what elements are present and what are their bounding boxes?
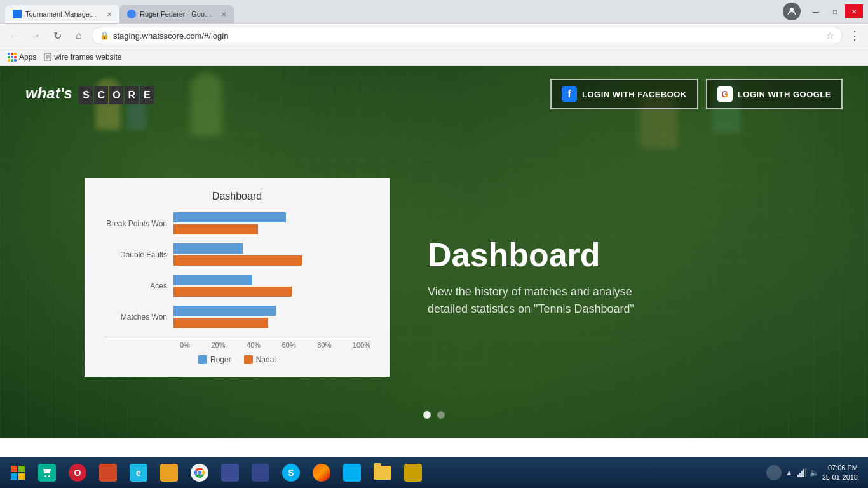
bar-blue-break-points xyxy=(173,212,286,222)
forward-button[interactable]: → xyxy=(27,27,44,44)
bar-label-break-points: Break Points Won xyxy=(104,219,173,228)
slide-heading: Dashboard xyxy=(428,237,669,273)
taskbar-app1[interactable] xyxy=(216,459,244,487)
svg-point-0 xyxy=(790,8,794,11)
tab-2[interactable]: Roger Federer - Google ... ✕ xyxy=(119,5,234,23)
x-label-80: 80% xyxy=(317,341,331,349)
bar-row-aces: Aces xyxy=(104,274,370,297)
taskbar-clock[interactable]: 07:06 PM 25-01-2018 xyxy=(822,463,863,483)
svg-rect-6 xyxy=(14,56,17,58)
tab-2-label: Roger Federer - Google ... xyxy=(140,10,215,18)
taskbar-skype[interactable]: S xyxy=(277,459,305,487)
facebook-btn-label: LOGIN WITH FACEBOOK xyxy=(582,90,687,99)
x-label-100: 100% xyxy=(353,341,370,349)
apps-bookmark[interactable]: Apps xyxy=(8,53,36,62)
slide-dot-1[interactable] xyxy=(423,411,431,419)
svg-point-19 xyxy=(48,475,50,477)
slide-content: Dashboard Break Points Won xyxy=(85,178,783,377)
logo-letter-o: O xyxy=(109,86,123,104)
bar-blue-matches-won xyxy=(173,306,276,316)
tab-2-close[interactable]: ✕ xyxy=(221,11,226,18)
logo-letter-r: R xyxy=(125,86,139,104)
legend-nadal: Nadal xyxy=(244,355,276,364)
volume-icon[interactable]: 🔈 xyxy=(810,468,820,478)
taskbar-chrome[interactable] xyxy=(186,459,214,487)
taskbar-folder[interactable] xyxy=(369,459,397,487)
taskbar-opera[interactable]: O xyxy=(64,459,92,487)
taskbar-date: 25-01-2018 xyxy=(822,473,858,482)
ie-icon: e xyxy=(130,464,147,482)
wireframes-bookmark[interactable]: wire frames website xyxy=(44,53,121,62)
legend-nadal-label: Nadal xyxy=(256,355,276,364)
windows-logo xyxy=(11,466,25,480)
bar-row-double-faults: Double Faults xyxy=(104,243,370,266)
svg-rect-28 xyxy=(805,468,806,477)
login-google-button[interactable]: G LOGIN WITH GOOGLE xyxy=(706,79,843,109)
svg-rect-27 xyxy=(803,469,804,477)
tab-1[interactable]: Tournament Manageme... ✕ xyxy=(5,5,119,23)
taskbar-firefox[interactable] xyxy=(308,459,336,487)
svg-rect-5 xyxy=(11,56,13,58)
bar-row-matches-won: Matches Won xyxy=(104,306,370,328)
reload-button[interactable]: ↻ xyxy=(48,27,66,44)
svg-rect-17 xyxy=(18,473,25,480)
start-button[interactable] xyxy=(5,460,31,485)
bar-orange-double-faults xyxy=(173,255,302,266)
taskbar-time-display: 07:06 PM 25-01-2018 xyxy=(822,463,858,483)
opera-icon: O xyxy=(69,464,86,482)
svg-rect-16 xyxy=(11,473,17,480)
chrome-menu-button[interactable]: ⋮ xyxy=(846,29,863,43)
wireframes-label: wire frames website xyxy=(54,53,121,62)
store-icon xyxy=(38,464,56,482)
logo-whats: what's xyxy=(25,85,76,102)
window-controls: — □ ✕ xyxy=(783,3,863,20)
page-icon xyxy=(44,53,51,61)
taskbar-skype-chat[interactable] xyxy=(338,459,366,487)
svg-rect-8 xyxy=(11,59,13,62)
taskbar-ie[interactable]: e xyxy=(125,459,153,487)
hide-tray-icon[interactable]: ▲ xyxy=(784,468,794,478)
profile-icon[interactable] xyxy=(783,3,801,20)
apps-grid-icon xyxy=(8,53,17,62)
chart-area: Break Points Won Double Faults xyxy=(97,212,377,364)
bar-row-break-points: Break Points Won xyxy=(104,212,370,234)
login-facebook-button[interactable]: f LOGIN WITH FACEBOOK xyxy=(550,79,698,109)
back-button[interactable]: ← xyxy=(5,27,23,44)
blank-tab[interactable] xyxy=(234,5,259,23)
svg-rect-4 xyxy=(8,56,10,58)
slide-dot-2[interactable] xyxy=(437,411,445,419)
maximize-button[interactable]: □ xyxy=(826,4,844,18)
taskbar-store[interactable] xyxy=(33,459,61,487)
chart-legend: Roger Nadal xyxy=(104,355,370,364)
apps-label: Apps xyxy=(19,53,36,62)
close-button[interactable]: ✕ xyxy=(845,4,863,18)
svg-point-18 xyxy=(44,475,46,477)
home-button[interactable]: ⌂ xyxy=(70,27,88,44)
puffin-icon xyxy=(160,464,178,482)
address-bar[interactable]: 🔒 staging.whatsscore.com/#/login ☆ xyxy=(92,27,843,44)
site-header: what's S C O R E f LOGIN WITH FACEBOOK G… xyxy=(0,66,868,122)
tab-1-close[interactable]: ✕ xyxy=(107,11,112,18)
bookmark-star-icon[interactable]: ☆ xyxy=(826,30,834,41)
chart-title: Dashboard xyxy=(97,191,377,202)
slide-text: Dashboard View the history of matches an… xyxy=(428,237,669,318)
bar-orange-break-points xyxy=(173,224,258,234)
taskbar-app2[interactable] xyxy=(247,459,275,487)
taskbar-time: 07:06 PM xyxy=(822,463,858,473)
browser-titlebar: Tournament Manageme... ✕ Roger Federer -… xyxy=(0,0,868,23)
taskbar-rdp[interactable] xyxy=(94,459,122,487)
taskbar-puffin[interactable] xyxy=(155,459,183,487)
bar-blue-aces xyxy=(173,274,252,285)
network-icon[interactable] xyxy=(797,468,807,478)
minimize-button[interactable]: — xyxy=(807,4,825,18)
logo-score: S C O R E xyxy=(79,86,154,104)
svg-rect-25 xyxy=(799,473,801,477)
chart-xaxis: 0% 20% 40% 60% 80% 100% xyxy=(104,337,370,349)
bar-orange-matches-won xyxy=(173,318,268,328)
svg-rect-26 xyxy=(801,471,803,477)
taskbar-app3[interactable] xyxy=(399,459,427,487)
rdp-icon xyxy=(99,464,117,482)
slide-description: View the history of matches and analyse … xyxy=(428,283,669,318)
address-bar-url: staging.whatsscore.com/#/login xyxy=(113,31,822,41)
bookmarks-bar: Apps wire frames website xyxy=(0,48,868,66)
